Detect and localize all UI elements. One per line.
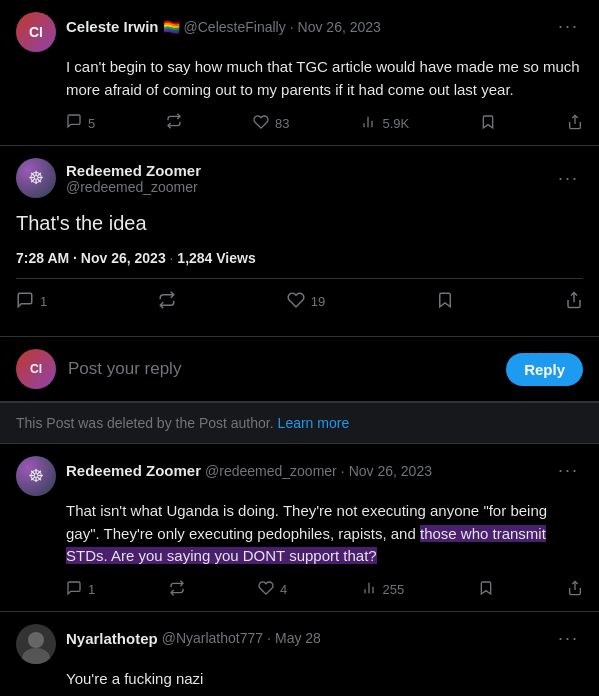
like-icon (253, 114, 269, 133)
retweet-icon (166, 113, 182, 133)
username: @CelesteFinally (184, 19, 286, 35)
tweet-actions: 5 83 5.9K (66, 113, 583, 133)
share-action[interactable] (565, 291, 583, 312)
main-tweet-header: ☸ Redeemed Zoomer @redeemed_zoomer ··· (16, 158, 583, 198)
svg-point-9 (28, 632, 44, 648)
tweet-actions: 1 4 255 (66, 580, 583, 599)
views-value: 1,284 Views (177, 250, 255, 266)
reply-count: 1 (88, 582, 95, 597)
avatar (16, 624, 56, 664)
reply-box: CI Post your reply Reply (0, 337, 599, 402)
views-icon (361, 580, 377, 599)
like-action[interactable]: 4 (258, 580, 287, 599)
learn-more-link[interactable]: Learn more (278, 415, 350, 431)
avatar: ☸ (16, 158, 56, 198)
deleted-text: This Post was deleted by the Post author… (16, 415, 274, 431)
retweet-action[interactable] (169, 580, 185, 599)
bookmark-action[interactable] (436, 291, 454, 312)
nyar-reply-tweet: Nyarlathotep @Nyarlathot777 · May 28 ···… (0, 612, 599, 697)
redeemed-reply-tweet: ☸ Redeemed Zoomer @redeemed_zoomer · Nov… (0, 444, 599, 612)
main-tweet-actions: 1 19 (16, 278, 583, 324)
more-button[interactable]: ··· (554, 624, 583, 653)
tweet-meta: Redeemed Zoomer @redeemed_zoomer ··· (66, 162, 583, 195)
tweet-content: That isn't what Uganda is doing. They're… (66, 500, 583, 568)
bookmark-action[interactable] (478, 580, 494, 599)
celeste-tweet: CI Celeste Irwin 🏳️‍🌈 @CelesteFinally · … (0, 0, 599, 146)
username: @Nyarlathot777 (162, 630, 263, 646)
reply-action[interactable]: 1 (16, 291, 47, 312)
views-count: 5.9K (382, 116, 409, 131)
display-name: Celeste Irwin (66, 18, 159, 35)
like-icon (287, 291, 305, 312)
display-name: Redeemed Zoomer (66, 162, 201, 179)
bookmark-action[interactable] (480, 114, 496, 133)
more-button[interactable]: ··· (554, 164, 583, 193)
display-name: Nyarlathotep (66, 630, 158, 647)
timestamp: Nov 26, 2023 (349, 463, 432, 479)
like-action[interactable]: 19 (287, 291, 325, 312)
retweet-icon (169, 580, 185, 599)
tweet-meta: Celeste Irwin 🏳️‍🌈 @CelesteFinally · Nov… (66, 12, 583, 41)
tweet-content: You're a fucking nazi (66, 668, 583, 691)
bookmark-icon (480, 114, 496, 133)
username: @redeemed_zoomer (205, 463, 337, 479)
timestamp: Nov 26, 2023 (298, 19, 381, 35)
retweet-icon (158, 291, 176, 312)
share-icon (567, 580, 583, 599)
display-name: Redeemed Zoomer (66, 462, 201, 479)
tweet-meta: Nyarlathotep @Nyarlathot777 · May 28 ··· (66, 624, 583, 653)
main-tweet: ☸ Redeemed Zoomer @redeemed_zoomer ··· T… (0, 146, 599, 337)
like-count: 4 (280, 582, 287, 597)
retweet-action[interactable] (158, 291, 176, 312)
reply-icon (66, 113, 82, 133)
reply-input-placeholder[interactable]: Post your reply (68, 359, 494, 379)
like-icon (258, 580, 274, 599)
bookmark-icon (478, 580, 494, 599)
tweet-content: I can't begin to say how much that TGC a… (66, 56, 583, 101)
more-button[interactable]: ··· (554, 456, 583, 485)
main-tweet-timestamp: 7:28 AM · Nov 26, 2023 · 1,284 Views (16, 250, 583, 266)
reply-icon (16, 291, 34, 312)
retweet-action[interactable] (166, 113, 182, 133)
share-action[interactable] (567, 580, 583, 599)
reply-avatar: CI (16, 349, 56, 389)
share-icon (567, 114, 583, 133)
more-button[interactable]: ··· (554, 12, 583, 41)
reply-action[interactable]: 1 (66, 580, 95, 599)
views-action[interactable]: 5.9K (360, 114, 409, 133)
bookmark-icon (436, 291, 454, 312)
reply-button[interactable]: Reply (506, 353, 583, 386)
svg-point-10 (22, 648, 50, 664)
timestamp: May 28 (275, 630, 321, 646)
reply-action[interactable]: 5 (66, 113, 95, 133)
main-tweet-content: That's the idea (16, 208, 583, 238)
like-count: 19 (311, 294, 325, 309)
share-icon (565, 291, 583, 312)
reply-count: 5 (88, 116, 95, 131)
avatar: ☸ (16, 456, 56, 496)
share-action[interactable] (567, 114, 583, 133)
views-count: 255 (383, 582, 405, 597)
reply-icon (66, 580, 82, 599)
like-action[interactable]: 83 (253, 114, 289, 133)
separator: · (290, 19, 294, 35)
views-icon (360, 114, 376, 133)
like-count: 83 (275, 116, 289, 131)
views-action[interactable]: 255 (361, 580, 405, 599)
reply-count: 1 (40, 294, 47, 309)
deleted-notice: This Post was deleted by the Post author… (0, 402, 599, 444)
avatar: CI (16, 12, 56, 52)
tweet-meta: Redeemed Zoomer @redeemed_zoomer · Nov 2… (66, 456, 583, 485)
time-value: 7:28 AM · Nov 26, 2023 (16, 250, 166, 266)
username: @redeemed_zoomer (66, 179, 201, 195)
flag-icon: 🏳️‍🌈 (163, 19, 180, 35)
